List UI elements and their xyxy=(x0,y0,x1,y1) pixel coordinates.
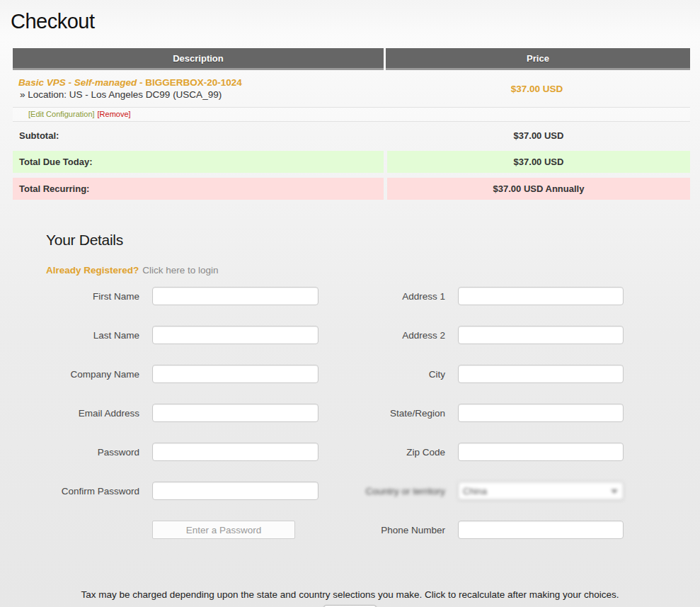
subtotal-row: Subtotal: $37.00 USD xyxy=(13,125,690,146)
state-region-input[interactable] xyxy=(458,404,624,422)
remove-item-link[interactable]: [Remove] xyxy=(98,110,131,118)
company-name-input[interactable] xyxy=(152,365,319,383)
city-input[interactable] xyxy=(458,365,624,383)
address1-input[interactable] xyxy=(458,287,624,305)
already-registered-text: Already Registered? xyxy=(46,265,139,276)
city-row: City xyxy=(340,365,677,383)
zip-code-row: Zip Code xyxy=(340,443,677,461)
email-address-row: Email Address xyxy=(0,404,319,422)
cart-item-price: $37.00 USD xyxy=(384,76,690,101)
zip-code-label: Zip Code xyxy=(340,447,458,458)
password-strength-row: Enter a Password xyxy=(0,521,319,539)
first-name-input[interactable] xyxy=(152,287,319,305)
subtotal-value: $37.00 USD xyxy=(387,125,690,146)
confirm-password-input[interactable] xyxy=(152,482,319,500)
checkout-page: Checkout Description Price Basic VPS - S… xyxy=(0,0,700,607)
details-form: First Name Last Name Company Name Email … xyxy=(0,287,700,560)
zip-code-input[interactable] xyxy=(458,443,624,461)
product-group-name: Basic VPS - Self-managed xyxy=(18,77,137,88)
form-column-right: Address 1 Address 2 City State/Region Zi… xyxy=(340,287,677,560)
password-input[interactable] xyxy=(152,443,319,461)
phone-number-row: Phone Number xyxy=(340,521,677,539)
product-code: BIGGERBOX-20-1024 xyxy=(145,77,242,88)
first-name-label: First Name xyxy=(0,291,152,302)
company-name-row: Company Name xyxy=(0,365,319,383)
phone-number-input[interactable] xyxy=(458,521,624,539)
product-name-separator: - xyxy=(137,77,145,88)
subtotal-label: Subtotal: xyxy=(13,125,384,146)
total-recurring-label: Total Recurring: xyxy=(13,178,384,200)
country-label: Country or territory xyxy=(340,486,458,497)
address2-input[interactable] xyxy=(458,326,624,344)
last-name-label: Last Name xyxy=(0,330,152,341)
total-due-today-value: $37.00 USD xyxy=(387,151,690,173)
product-name: Basic VPS - Self-managed - BIGGERBOX-20-… xyxy=(18,76,384,89)
total-due-today-label: Total Due Today: xyxy=(13,151,384,173)
edit-configuration-link[interactable]: [Edit Configuration] xyxy=(28,110,95,118)
already-registered-line: Already Registered?Click here to login xyxy=(46,265,700,276)
your-details-heading: Your Details xyxy=(46,232,700,249)
password-row: Password xyxy=(0,443,319,461)
tax-note: Tax may be charged depending upon the st… xyxy=(0,589,700,600)
total-recurring-row: Total Recurring: $37.00 USD Annually xyxy=(13,178,690,200)
description-column-header: Description xyxy=(13,48,384,70)
confirm-password-row: Confirm Password xyxy=(0,482,319,500)
product-config-option: » Location: US - Los Angeles DC99 (USCA_… xyxy=(18,89,384,101)
last-name-input[interactable] xyxy=(152,326,319,344)
address2-row: Address 2 xyxy=(340,326,677,344)
country-row: Country or territory China xyxy=(340,482,677,500)
address1-row: Address 1 xyxy=(340,287,677,305)
password-label: Password xyxy=(0,447,152,458)
cart-item-description: Basic VPS - Self-managed - BIGGERBOX-20-… xyxy=(13,76,384,101)
total-due-today-row: Total Due Today: $37.00 USD xyxy=(13,151,690,173)
city-label: City xyxy=(340,369,458,380)
first-name-row: First Name xyxy=(0,287,319,305)
cart-item-row: Basic VPS - Self-managed - BIGGERBOX-20-… xyxy=(13,70,690,104)
form-column-left: First Name Last Name Company Name Email … xyxy=(0,287,319,560)
email-address-label: Email Address xyxy=(0,408,152,419)
address1-label: Address 1 xyxy=(340,291,458,302)
email-address-input[interactable] xyxy=(152,404,319,422)
confirm-password-label: Confirm Password xyxy=(0,486,152,497)
last-name-row: Last Name xyxy=(0,326,319,344)
address2-label: Address 2 xyxy=(340,330,458,341)
total-recurring-value: $37.00 USD Annually xyxy=(387,178,690,200)
cart-item-actions: [Edit Configuration][Remove] xyxy=(13,107,690,122)
chevron-down-icon xyxy=(611,489,618,494)
password-strength-indicator: Enter a Password xyxy=(152,521,295,539)
state-region-label: State/Region xyxy=(340,408,458,419)
company-name-label: Company Name xyxy=(0,369,152,380)
order-table-header: Description Price xyxy=(13,48,690,70)
page-title: Checkout xyxy=(0,0,700,34)
price-column-header: Price xyxy=(386,48,690,70)
phone-number-label: Phone Number xyxy=(340,525,458,535)
login-link[interactable]: Click here to login xyxy=(142,265,218,276)
state-region-row: State/Region xyxy=(340,404,677,422)
country-select[interactable]: China xyxy=(458,482,624,500)
country-selected-value: China xyxy=(463,486,487,497)
order-summary-table: Description Price Basic VPS - Self-manag… xyxy=(13,48,690,200)
